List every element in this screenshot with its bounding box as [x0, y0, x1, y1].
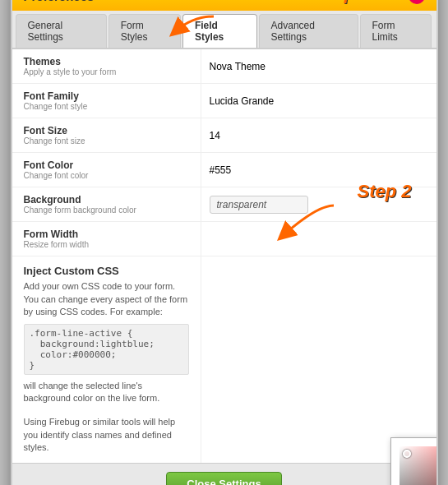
- tab-form-styles[interactable]: Form Styles: [109, 14, 181, 48]
- modal-footer: Close Settings: [12, 463, 436, 485]
- tab-advanced-settings[interactable]: Advanced Settings: [259, 14, 358, 48]
- main-content: Themes Apply a style to your form Nova T…: [12, 49, 436, 462]
- inject-desc2: will change the selected line's backgrou…: [24, 380, 189, 405]
- color-gradient-area[interactable]: [400, 446, 438, 485]
- background-value[interactable]: [201, 187, 436, 221]
- table-row: Font Family Change font style Lucida Gra…: [12, 84, 436, 118]
- inject-section-wrapper: Inject Custom CSS Add your own CSS code …: [12, 256, 436, 462]
- font-family-label: Font Family: [24, 90, 189, 102]
- step1-label: Step 1: [316, 0, 370, 4]
- tab-general-settings[interactable]: General Settings: [16, 14, 107, 48]
- inject-desc3: Using Firebug or similar tools will help…: [24, 416, 189, 454]
- row-left-font-family: Font Family Change font style: [12, 84, 201, 118]
- form-width-sublabel: Resize form width: [24, 240, 189, 249]
- form-width-label: Form Width: [24, 229, 189, 240]
- background-sublabel: Change form background color: [24, 206, 189, 215]
- table-row: Themes Apply a style to your form Nova T…: [12, 49, 436, 84]
- font-family-sublabel: Change font style: [24, 102, 189, 111]
- close-settings-button[interactable]: Close Settings: [166, 472, 281, 485]
- table-row: Font Size Change font size 14 Step 2: [12, 118, 436, 153]
- close-button[interactable]: ×: [409, 0, 425, 4]
- themes-label: Themes: [24, 56, 189, 67]
- row-left-background: Background Change form background color: [12, 187, 201, 221]
- color-picker-area: OK: [201, 256, 436, 462]
- font-size-value: 14 Step 2: [201, 118, 436, 152]
- themes-value: Nova Theme: [201, 49, 436, 83]
- row-left-font-color: Font Color Change font color: [12, 153, 201, 187]
- row-left-font-size: Font Size Change font size: [12, 118, 201, 152]
- color-picker-popup: OK: [390, 437, 438, 485]
- inject-desc: Add your own CSS code to your form. You …: [24, 280, 189, 318]
- font-family-value-text: Lucida Grande: [210, 95, 275, 107]
- modal-header: Preferences Step 1 ×: [12, 0, 436, 11]
- form-width-value: [201, 222, 436, 256]
- font-color-sublabel: Change font color: [24, 171, 189, 180]
- row-left-form-width: Form Width Resize form width: [12, 222, 201, 256]
- table-row: Font Color Change font color #555: [12, 153, 436, 187]
- row-left-themes: Themes Apply a style to your form: [12, 49, 201, 83]
- inject-section: Inject Custom CSS Add your own CSS code …: [12, 256, 201, 462]
- settings-rows: Themes Apply a style to your form Nova T…: [12, 49, 436, 256]
- modal-title: Preferences: [24, 0, 95, 3]
- table-row: Form Width Resize form width: [12, 222, 436, 256]
- font-size-value-text: 14: [210, 130, 220, 141]
- font-color-value-text: #555: [210, 164, 232, 176]
- themes-sublabel: Apply a style to your form: [24, 67, 189, 76]
- table-row: Background Change form background color: [12, 187, 436, 222]
- inject-code: .form-line-active { background:lightblue…: [24, 324, 189, 375]
- color-canvas[interactable]: [400, 446, 438, 485]
- font-family-value: Lucida Grande: [201, 84, 436, 118]
- tab-form-limits[interactable]: Form Limits: [360, 14, 432, 48]
- tab-field-styles[interactable]: Field Styles: [182, 14, 257, 48]
- themes-value-text: Nova Theme: [210, 61, 266, 72]
- color-cursor: [403, 450, 411, 458]
- font-size-sublabel: Change font size: [24, 136, 189, 146]
- font-size-label: Font Size: [24, 125, 189, 136]
- background-input[interactable]: [210, 196, 308, 214]
- font-color-label: Font Color: [24, 159, 189, 171]
- inject-title: Inject Custom CSS: [24, 265, 189, 277]
- color-picker-inner: [400, 446, 438, 485]
- tabs-bar: General Settings Form Styles Field Style…: [12, 11, 436, 49]
- font-color-value: #555: [201, 153, 436, 187]
- preferences-modal: Preferences Step 1 × General Settings Fo…: [11, 0, 438, 485]
- background-label: Background: [24, 194, 189, 206]
